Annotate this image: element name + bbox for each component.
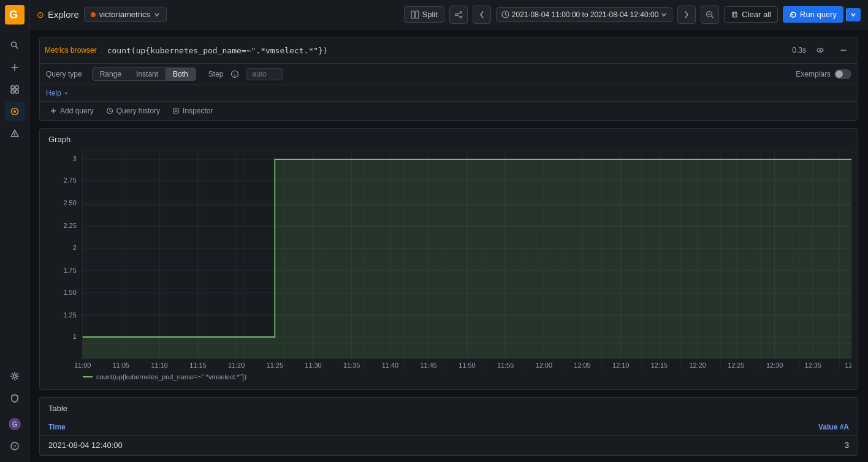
svg-rect-8 (11, 90, 14, 93)
svg-text:12:00: 12:00 (536, 362, 552, 369)
time-range-picker[interactable]: 2021-08-04 11:00:00 to 2021-08-04 12:40:… (496, 7, 673, 22)
refresh-icon (790, 11, 797, 18)
app-logo[interactable]: G (5, 5, 25, 25)
svg-rect-9 (15, 90, 18, 93)
query-eye-button[interactable] (811, 41, 829, 59)
svg-text:2.75: 2.75 (63, 176, 76, 184)
svg-text:11:50: 11:50 (459, 362, 475, 369)
exemplars-toggle-dot (836, 70, 843, 78)
query-time-badge: 0.3s (792, 46, 806, 55)
help-button[interactable]: Help (46, 89, 69, 97)
svg-line-29 (712, 16, 714, 18)
svg-line-25 (457, 15, 460, 16)
svg-point-32 (820, 50, 821, 51)
page-title-text: Explore (48, 9, 79, 20)
sidebar-item-security[interactable] (5, 388, 25, 408)
svg-text:i: i (235, 72, 236, 78)
split-label: Split (422, 10, 438, 19)
svg-text:12:25: 12:25 (728, 362, 744, 369)
svg-text:1.25: 1.25 (63, 311, 76, 319)
datasource-selector[interactable]: victoriametrics (84, 7, 167, 22)
add-query-label: Add query (60, 107, 94, 115)
query-panel: Metrics browser 0.3s Query type Range In… (39, 37, 858, 121)
graph-legend: count(up{kubernetes_pod_name=~".*vmselec… (46, 371, 851, 383)
table-row: 2021-08-04 12:40:00 3 (40, 436, 858, 455)
sidebar-item-explore[interactable] (5, 102, 25, 121)
minus-icon (839, 46, 848, 55)
query-tabs-row: Add query Query history Inspector (40, 101, 858, 120)
svg-text:11:20: 11:20 (228, 362, 245, 369)
svg-point-14 (13, 375, 16, 378)
legend-line (83, 376, 93, 377)
sidebar-item-help[interactable]: ? (5, 436, 25, 456)
help-label: Help (46, 89, 61, 97)
query-options-row: Query type Range Instant Both Step i Exe… (40, 64, 858, 85)
svg-text:12:15: 12:15 (651, 362, 668, 369)
inspector-button[interactable]: Inspector (167, 104, 218, 118)
svg-text:11:05: 11:05 (113, 362, 129, 369)
svg-text:12:20: 12:20 (689, 362, 706, 369)
svg-text:G: G (12, 421, 17, 428)
step-input[interactable] (246, 68, 283, 80)
main-content: ⊙ Explore victoriametrics Split 2021-08-… (29, 0, 868, 462)
svg-text:11:35: 11:35 (343, 362, 360, 369)
query-type-instant-btn[interactable]: Instant (129, 68, 166, 80)
history-icon (106, 107, 113, 115)
run-query-dropdown-icon (850, 12, 856, 18)
svg-rect-19 (411, 11, 414, 18)
chart-svg: 3 2.75 2.50 2.25 2 1.75 1.50 1.25 1 (46, 150, 851, 371)
add-query-button[interactable]: Add query (45, 104, 99, 118)
svg-text:11:40: 11:40 (382, 362, 398, 369)
query-input-row: Metrics browser 0.3s (40, 37, 858, 64)
zoom-button[interactable] (701, 6, 719, 24)
query-minus-button[interactable] (834, 41, 853, 59)
metrics-browser-link[interactable]: Metrics browser (45, 46, 102, 55)
clear-all-label: Clear all (742, 10, 771, 19)
svg-text:12:30: 12:30 (766, 362, 783, 369)
sidebar-item-settings[interactable] (5, 366, 25, 386)
table-section: Table Time Value #A 2021-08-04 12:40:00 … (39, 397, 858, 456)
zoom-out-icon (706, 10, 714, 19)
svg-text:12:35: 12:35 (805, 362, 821, 369)
nav-back-icon (479, 10, 485, 19)
nav-back-button[interactable] (473, 6, 491, 24)
content-area: Metrics browser 0.3s Query type Range In… (29, 29, 868, 462)
svg-text:11:45: 11:45 (420, 362, 436, 369)
query-type-both-btn[interactable]: Both (166, 68, 196, 80)
sidebar-item-add[interactable] (5, 58, 25, 77)
sidebar: G G ? (0, 0, 29, 462)
split-button[interactable]: Split (404, 6, 444, 23)
svg-text:2: 2 (73, 244, 77, 251)
exemplars-toggle-row: Exemplars (796, 69, 851, 79)
svg-text:12:4: 12:4 (845, 362, 851, 369)
datasource-name: victoriametrics (99, 10, 150, 19)
svg-point-23 (460, 16, 462, 18)
share-button[interactable] (449, 6, 468, 24)
run-query-dropdown-button[interactable] (846, 8, 861, 21)
run-query-button[interactable]: Run query (783, 6, 843, 23)
svg-point-11 (13, 110, 16, 113)
sidebar-item-profile[interactable]: G (5, 414, 25, 434)
query-type-range-btn[interactable]: Range (93, 68, 129, 80)
query-history-button[interactable]: Query history (101, 104, 165, 118)
exemplars-eye-toggle[interactable] (834, 69, 851, 79)
nav-fwd-button[interactable] (677, 6, 696, 24)
sidebar-item-alerts[interactable] (5, 124, 25, 143)
graph-section: Graph 3 2.75 2.50 (39, 128, 858, 390)
eye-icon (816, 46, 824, 55)
share-icon (454, 10, 463, 19)
sidebar-item-search[interactable] (5, 36, 25, 55)
table-header-value: Value #A (800, 423, 849, 431)
clear-all-button[interactable]: Clear all (724, 6, 778, 23)
query-type-buttons: Range Instant Both (92, 67, 196, 81)
svg-text:3: 3 (73, 155, 77, 162)
query-input-field[interactable] (107, 46, 788, 55)
svg-text:?: ? (13, 444, 16, 450)
trash-icon (731, 10, 739, 18)
table-header-time: Time (48, 423, 800, 431)
svg-text:2.25: 2.25 (63, 222, 76, 229)
query-history-label: Query history (116, 107, 160, 115)
datasource-dropdown-icon (154, 12, 160, 18)
svg-point-13 (14, 135, 15, 137)
sidebar-item-dashboards[interactable] (5, 80, 25, 99)
